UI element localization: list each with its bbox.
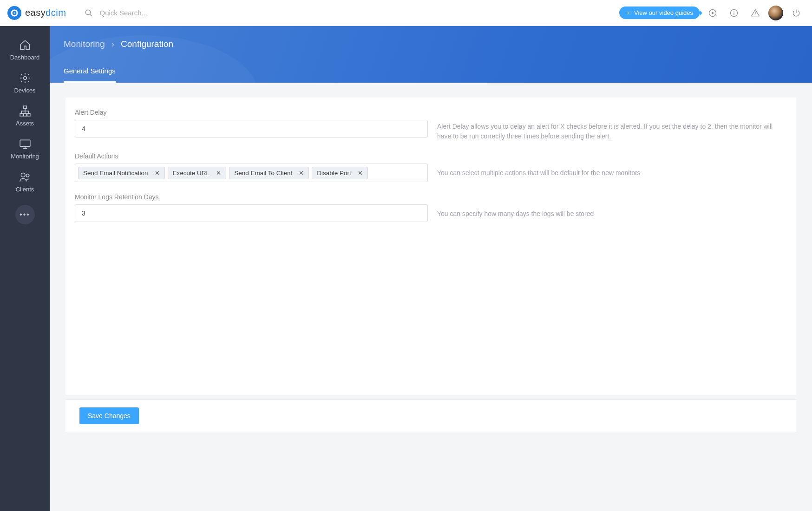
alert-delay-label: Alert Delay bbox=[75, 109, 428, 116]
retention-label: Monitor Logs Retention Days bbox=[75, 193, 428, 201]
search-input[interactable] bbox=[99, 9, 239, 17]
svg-rect-17 bbox=[27, 113, 30, 116]
sidebar-item-label: Clients bbox=[16, 186, 34, 193]
home-icon bbox=[19, 39, 31, 51]
sidebar: Dashboard Devices Assets Monitoring Clie… bbox=[0, 26, 50, 511]
tab-general-settings[interactable]: General Settings bbox=[64, 60, 116, 83]
search-icon bbox=[85, 9, 93, 17]
save-button[interactable]: Save Changes bbox=[79, 407, 139, 424]
power-icon bbox=[792, 8, 801, 18]
hierarchy-icon bbox=[19, 105, 31, 117]
tag-remove-icon[interactable]: ✕ bbox=[155, 170, 160, 177]
tabs: General Settings bbox=[50, 60, 812, 83]
play-circle-icon bbox=[708, 8, 717, 18]
content-area: Alert Delay Alert Delay allows you to de… bbox=[50, 83, 812, 511]
tag-item: Send Email Notification ✕ bbox=[78, 167, 165, 179]
svg-point-21 bbox=[21, 173, 25, 177]
monitor-icon bbox=[19, 138, 31, 150]
sidebar-item-monitoring[interactable]: Monitoring bbox=[0, 132, 50, 165]
tag-remove-icon[interactable]: ✕ bbox=[299, 170, 304, 177]
svg-line-2 bbox=[90, 14, 92, 16]
info-icon bbox=[729, 8, 739, 18]
header-right: View our video guides bbox=[619, 5, 805, 21]
sidebar-item-devices[interactable]: Devices bbox=[0, 66, 50, 99]
sidebar-item-clients[interactable]: Clients bbox=[0, 165, 50, 198]
sidebar-item-assets[interactable]: Assets bbox=[0, 99, 50, 132]
tag-label: Send Email Notification bbox=[83, 170, 148, 177]
tag-label: Send Email To Client bbox=[234, 170, 292, 177]
breadcrumb-current: Configuration bbox=[121, 39, 173, 49]
retention-input[interactable] bbox=[75, 204, 428, 222]
tag-label: Disable Port bbox=[317, 170, 351, 177]
svg-marker-6 bbox=[712, 11, 714, 14]
svg-rect-16 bbox=[23, 113, 26, 116]
alert-button[interactable] bbox=[747, 5, 764, 21]
power-button[interactable] bbox=[788, 5, 805, 21]
sidebar-more[interactable]: ••• bbox=[15, 205, 35, 224]
svg-rect-18 bbox=[20, 140, 30, 146]
page-footer: Save Changes bbox=[65, 400, 796, 432]
tag-remove-icon[interactable]: ✕ bbox=[216, 170, 221, 177]
more-icon: ••• bbox=[20, 210, 30, 219]
field-default-actions: Default Actions Send Email Notification … bbox=[75, 152, 787, 182]
alert-triangle-icon bbox=[751, 8, 760, 18]
default-actions-label: Default Actions bbox=[75, 152, 428, 160]
tag-item: Disable Port ✕ bbox=[312, 167, 368, 179]
svg-point-11 bbox=[755, 14, 755, 15]
svg-point-9 bbox=[733, 11, 734, 11]
svg-point-22 bbox=[26, 174, 29, 177]
logo-text: easydcim bbox=[25, 7, 66, 18]
sidebar-item-dashboard[interactable]: Dashboard bbox=[0, 33, 50, 66]
sidebar-item-label: Devices bbox=[14, 87, 35, 94]
default-actions-help: You can select multiple actions that wil… bbox=[428, 152, 787, 178]
video-guides-label: View our video guides bbox=[634, 9, 693, 16]
gear-icon bbox=[19, 72, 31, 84]
search-wrap bbox=[85, 9, 619, 17]
close-icon bbox=[626, 10, 631, 16]
users-icon bbox=[19, 171, 31, 183]
logo[interactable]: easydcim bbox=[7, 6, 66, 20]
sidebar-item-label: Monitoring bbox=[11, 153, 39, 160]
tag-item: Send Email To Client ✕ bbox=[229, 167, 309, 179]
settings-card: Alert Delay Alert Delay allows you to de… bbox=[65, 98, 796, 395]
video-guides-button[interactable]: View our video guides bbox=[619, 7, 700, 19]
info-button[interactable] bbox=[726, 5, 742, 21]
field-retention-days: Monitor Logs Retention Days You can spec… bbox=[75, 193, 787, 222]
play-button[interactable] bbox=[704, 5, 721, 21]
alert-delay-input[interactable] bbox=[75, 120, 428, 138]
default-actions-input[interactable]: Send Email Notification ✕ Execute URL ✕ … bbox=[75, 164, 428, 182]
alert-delay-help: Alert Delay allows you to delay an alert… bbox=[428, 109, 787, 141]
retention-help: You can specify how many days the logs w… bbox=[428, 193, 787, 219]
tag-item: Execute URL ✕ bbox=[168, 167, 227, 179]
sidebar-item-label: Dashboard bbox=[10, 54, 40, 61]
avatar[interactable] bbox=[768, 6, 783, 20]
top-header: easydcim View our video guides bbox=[0, 0, 812, 26]
page-header: Monitoring › Configuration General Setti… bbox=[50, 26, 812, 83]
svg-point-13 bbox=[23, 77, 26, 80]
main: Monitoring › Configuration General Setti… bbox=[50, 26, 812, 511]
sidebar-item-label: Assets bbox=[16, 120, 34, 127]
field-alert-delay: Alert Delay Alert Delay allows you to de… bbox=[75, 109, 787, 141]
svg-rect-15 bbox=[20, 113, 23, 116]
tag-remove-icon[interactable]: ✕ bbox=[358, 170, 363, 177]
svg-rect-14 bbox=[23, 106, 26, 108]
breadcrumb-parent[interactable]: Monitoring bbox=[64, 39, 105, 49]
logo-icon bbox=[7, 6, 21, 20]
tag-label: Execute URL bbox=[173, 170, 210, 177]
svg-point-1 bbox=[86, 10, 91, 15]
chevron-right-icon: › bbox=[111, 39, 114, 49]
breadcrumb: Monitoring › Configuration bbox=[50, 26, 812, 60]
